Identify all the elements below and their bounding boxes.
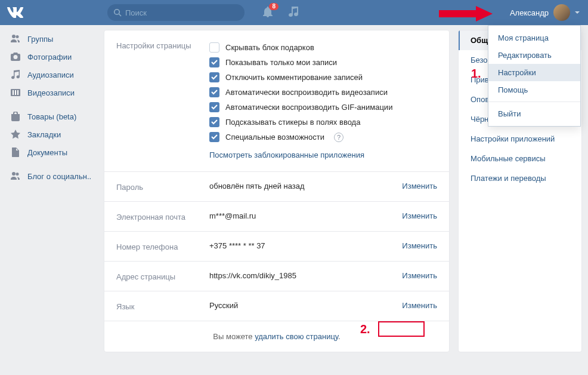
dropdown-item[interactable]: Моя страница	[488, 29, 580, 47]
checkbox-row[interactable]: Специальные возможности?	[209, 130, 437, 145]
svg-marker-3	[476, 6, 493, 21]
checkbox-row[interactable]: Отключить комментирование записей	[209, 70, 437, 85]
checkbox[interactable]	[209, 57, 219, 67]
row-label: Электронная почта	[116, 211, 209, 222]
sidebar-item[interactable]: Группы	[6, 30, 104, 48]
settings-nav-item[interactable]: Мобильные сервисы	[459, 149, 581, 168]
sidebar-item-label: Видеозаписи	[27, 88, 75, 97]
row-label: Пароль	[116, 182, 209, 192]
checkbox-label: Автоматически воспроизводить GIF-анимаци…	[225, 103, 392, 112]
settings-nav-item[interactable]: Настройки приложений	[459, 129, 581, 149]
dropdown-item[interactable]: Помощь	[488, 81, 580, 99]
user-dropdown: Моя страницаРедактироватьНастройкиПомощь…	[488, 25, 581, 127]
settings-panel: Настройки страницы Скрывать блок подарко…	[104, 30, 450, 352]
checkbox-label: Подсказывать стикеры в полях ввода	[225, 118, 360, 127]
dropdown-item[interactable]: Выйти	[488, 105, 580, 122]
music-button[interactable]	[289, 7, 298, 19]
sidebar-item[interactable]: Блог о социальн..	[6, 167, 104, 185]
sidebar-item-label: Товары (beta)	[27, 112, 76, 121]
sidebar-item[interactable]: Фотографии	[6, 48, 104, 66]
users-icon	[10, 33, 21, 45]
left-sidebar: ГруппыФотографииАудиозаписиВидеозаписи Т…	[6, 25, 104, 352]
change-link[interactable]: Изменить	[383, 301, 437, 311]
change-link[interactable]: Изменить	[383, 211, 437, 222]
bag-icon	[10, 110, 21, 122]
sidebar-item-label: Закладки	[27, 130, 61, 139]
notification-badge: 8	[269, 3, 278, 10]
row-value: https://vk.com/dikiy_1985	[209, 271, 383, 281]
delete-page-note: Вы можете удалить свою страницу.	[104, 321, 449, 352]
svg-rect-5	[13, 90, 14, 95]
checkbox-label: Специальные возможности	[225, 133, 324, 142]
svg-line-1	[119, 14, 122, 17]
dropdown-item[interactable]: Настройки	[488, 64, 580, 81]
sidebar-item[interactable]: Товары (beta)	[6, 107, 104, 125]
svg-rect-6	[15, 90, 16, 95]
vk-logo[interactable]	[7, 7, 24, 18]
search-input[interactable]: Поиск	[107, 4, 245, 21]
user-menu-trigger[interactable]: Александр	[510, 4, 582, 21]
settings-nav-item[interactable]: Платежи и переводы	[459, 168, 581, 188]
section-label: Настройки страницы	[116, 40, 209, 162]
delete-page-link[interactable]: удалить свою страницу	[255, 332, 338, 341]
avatar	[553, 4, 570, 21]
checkbox[interactable]	[209, 132, 219, 142]
sidebar-item-label: Документы	[27, 148, 67, 157]
checkbox[interactable]	[209, 42, 219, 53]
checkbox-label: Скрывать блок подарков	[225, 43, 314, 52]
sidebar-item-label: Аудиозаписи	[27, 70, 74, 79]
help-icon[interactable]: ?	[334, 133, 343, 142]
svg-rect-7	[17, 90, 18, 95]
sidebar-item-label: Группы	[27, 35, 53, 44]
doc-icon	[10, 146, 21, 158]
row-value: +375 **** * ** 37	[209, 241, 383, 251]
row-value: m***@mail.ru	[209, 211, 383, 222]
checkbox[interactable]	[209, 87, 219, 97]
search-placeholder: Поиск	[125, 8, 147, 17]
header-icons: 8	[262, 7, 298, 19]
sidebar-item-label: Фотографии	[27, 53, 72, 62]
change-link[interactable]: Изменить	[383, 241, 437, 251]
music-icon	[289, 7, 298, 17]
notifications-button[interactable]: 8	[262, 7, 273, 19]
video-icon	[10, 87, 21, 99]
chevron-down-icon	[575, 11, 580, 14]
arrow-annotation	[439, 6, 493, 21]
checkbox-label: Показывать только мои записи	[225, 58, 337, 67]
music-icon	[10, 69, 21, 81]
change-link[interactable]: Изменить	[383, 182, 437, 192]
checkbox-row[interactable]: Показывать только мои записи	[209, 55, 437, 70]
checkbox-label: Отключить комментирование записей	[225, 73, 363, 82]
svg-rect-2	[439, 10, 476, 17]
sidebar-item[interactable]: Закладки	[6, 125, 104, 143]
checkbox[interactable]	[209, 117, 219, 127]
row-label: Номер телефона	[116, 241, 209, 251]
sidebar-item[interactable]: Аудиозаписи	[6, 66, 104, 84]
row-label: Адрес страницы	[116, 271, 209, 281]
sidebar-item-label: Блог о социальн..	[27, 172, 91, 181]
star-icon	[10, 128, 21, 140]
checkbox-row[interactable]: Скрывать блок подарков	[209, 40, 437, 55]
checkbox[interactable]	[209, 102, 219, 112]
checkbox[interactable]	[209, 72, 219, 82]
checkbox-row[interactable]: Автоматически воспроизводить видеозаписи	[209, 85, 437, 100]
checkbox-row[interactable]: Подсказывать стикеры в полях ввода	[209, 115, 437, 130]
svg-point-0	[114, 10, 120, 15]
username: Александр	[510, 8, 549, 17]
sidebar-item[interactable]: Видеозаписи	[6, 84, 104, 102]
users-icon	[10, 170, 21, 182]
sidebar-item[interactable]: Документы	[6, 143, 104, 161]
top-header: Поиск 8 Александр	[0, 0, 588, 25]
search-icon	[113, 8, 122, 17]
dropdown-item[interactable]: Редактировать	[488, 47, 580, 64]
checkbox-row[interactable]: Автоматически воспроизводить GIF-анимаци…	[209, 100, 437, 115]
camera-icon	[10, 51, 21, 63]
blocked-apps-link[interactable]: Посмотреть заблокированные приложения	[209, 150, 364, 159]
change-link[interactable]: Изменить	[383, 271, 437, 281]
row-label: Язык	[116, 301, 209, 311]
row-value: Русский	[209, 301, 383, 311]
checkbox-label: Автоматически воспроизводить видеозаписи	[225, 88, 388, 97]
row-value: обновлён пять дней назад	[209, 182, 383, 192]
